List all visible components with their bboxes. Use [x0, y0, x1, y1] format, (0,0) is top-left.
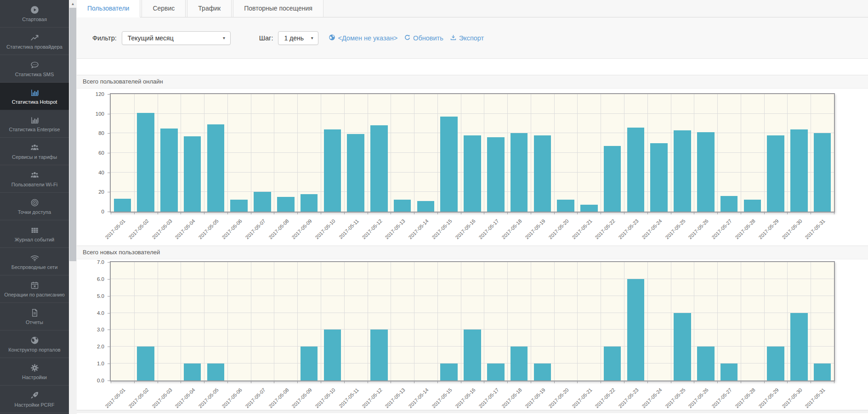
x-axis-tick [764, 213, 765, 214]
tab-2[interactable]: Сервис [142, 0, 186, 17]
x-axis-tick-label: 2017-05-14 [408, 218, 430, 240]
sidebar-item-9[interactable]: Журнал событий [0, 220, 69, 248]
bar [674, 313, 691, 380]
target-icon [30, 198, 40, 207]
sidebar-item-14[interactable]: Настройки [0, 358, 69, 386]
y-axis-tick-label: 20 [77, 189, 104, 195]
x-axis-tick-label: 2017-05-04 [174, 387, 196, 409]
bar [370, 125, 388, 212]
x-axis-tick [368, 381, 368, 383]
vertical-gridline [297, 94, 298, 212]
x-axis-tick [344, 381, 345, 383]
x-axis-tick-label: 2017-05-02 [127, 218, 149, 240]
tab-4[interactable]: Повторные посещения [233, 0, 323, 17]
x-axis-tick [484, 213, 484, 214]
x-axis-tick-label: 2017-05-17 [477, 218, 499, 240]
bar [207, 124, 225, 212]
x-axis-tick [227, 381, 228, 383]
y-axis-tick-label: 100 [77, 111, 104, 117]
x-axis-tick [717, 213, 718, 214]
caret-down-icon: ▼ [310, 36, 314, 40]
sidebar-item-8[interactable]: Точки доступа [0, 193, 69, 220]
y-axis-tick [108, 212, 110, 212]
vertical-gridline [134, 94, 135, 212]
sidebar-item-3[interactable]: Статистика SMS [0, 55, 69, 83]
sidebar-item-10[interactable]: Беспроводные сети [0, 248, 69, 275]
chart-title: Всего пользователей онлайн [77, 75, 868, 89]
x-axis-tick [811, 213, 811, 214]
y-axis-tick-label: 6.0 [77, 276, 104, 282]
sidebar-item-2[interactable]: Статистика провайдера [0, 28, 69, 55]
x-axis-tick-label: 2017-05-16 [454, 218, 476, 240]
bar [207, 364, 225, 380]
tab-3[interactable]: Трафик [187, 0, 232, 17]
y-axis-tick-label: 2.0 [77, 343, 104, 350]
sidebar-item-7[interactable]: Пользователи Wi-Fi [0, 165, 69, 193]
gear-icon [30, 363, 40, 373]
bar [511, 133, 528, 212]
bar [301, 347, 318, 380]
refresh-icon [404, 34, 411, 42]
bar [720, 196, 738, 212]
x-axis-tick-label: 2017-05-25 [664, 387, 686, 409]
sidebar-item-12[interactable]: Отчеты [0, 303, 69, 330]
vertical-gridline [414, 94, 414, 212]
x-axis-tick [321, 381, 321, 383]
y-axis-tick-label: 1.0 [77, 360, 104, 367]
sidebar-item-5[interactable]: Статистика Enterprise [0, 110, 69, 138]
y-axis-tick [108, 173, 110, 173]
x-axis-tick [391, 213, 391, 214]
bar [184, 136, 201, 212]
sidebar-item-11[interactable]: Операции по расписанию [0, 275, 69, 303]
x-axis-tick [437, 381, 438, 383]
x-axis-tick [274, 381, 274, 383]
refresh-link[interactable]: Обновить [404, 34, 443, 42]
x-axis-tick [158, 381, 158, 383]
bar [277, 197, 295, 212]
vertical-scrollbar[interactable]: ▲ [69, 0, 77, 414]
step-select[interactable]: 1 день ▼ [278, 31, 318, 45]
sidebar-item-4[interactable]: Статистика Hotspot [0, 83, 69, 110]
vertical-gridline [274, 94, 274, 212]
bar [767, 135, 784, 212]
bar [580, 205, 598, 212]
x-axis-tick [391, 381, 391, 383]
x-axis-tick-label: 2017-05-28 [734, 218, 756, 240]
x-axis-tick [741, 213, 741, 214]
sidebar-item-1[interactable]: Стартовая [0, 0, 69, 28]
x-axis-tick-label: 2017-05-08 [267, 218, 289, 240]
bar [604, 146, 621, 212]
x-axis-tick [297, 381, 298, 383]
x-axis-tick-label: 2017-05-31 [804, 387, 826, 409]
step-value: 1 день [284, 34, 304, 42]
x-axis-tick [671, 381, 671, 383]
y-axis-tick [108, 313, 110, 313]
horizontal-gridline [111, 296, 834, 296]
x-axis-tick-label: 2017-05-21 [571, 387, 593, 409]
bar [301, 194, 318, 212]
y-axis-tick [108, 380, 110, 381]
plot-canvas [110, 261, 835, 381]
sidebar-item-label: Настройки PCRF [15, 403, 55, 408]
x-axis-tick-label: 2017-05-27 [711, 218, 733, 240]
x-axis-tick [507, 381, 508, 383]
tab-1[interactable]: Пользователи [77, 0, 140, 17]
scrollbar-thumb[interactable] [69, 8, 76, 261]
sidebar-item-6[interactable]: Сервисы и тарифы [0, 138, 69, 165]
domain-link[interactable]: <Домен не указан> [329, 34, 397, 42]
sidebar-item-15[interactable]: Настройки PCRF [0, 386, 69, 413]
x-axis-tick-label: 2017-05-01 [104, 218, 126, 240]
play-circle-icon [30, 5, 40, 15]
step-label: Шаг: [259, 34, 273, 42]
scrollbar-up-arrow-icon[interactable]: ▲ [69, 0, 77, 8]
sidebar-item-13[interactable]: Конструктор порталов [0, 330, 69, 358]
vertical-gridline [671, 94, 671, 212]
export-link[interactable]: Экспорт [450, 34, 484, 42]
sidebar-item-label: Беспроводные сети [11, 265, 58, 270]
x-axis-tick [368, 213, 368, 214]
filter-period-select[interactable]: Текущий месяц ▼ [122, 31, 231, 45]
sidebar-item-label: Статистика Hotspot [12, 100, 57, 105]
y-axis-tick-label: 40 [77, 169, 104, 176]
vertical-gridline [344, 94, 345, 212]
bar [720, 364, 738, 380]
